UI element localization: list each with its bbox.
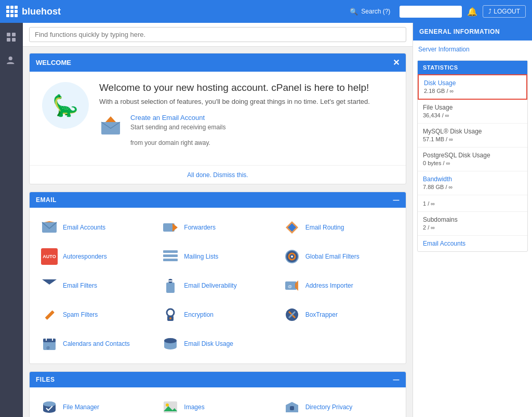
file-manager-item[interactable]: File Manager [38,394,155,417]
calendars-contacts-icon: @ [40,334,59,353]
autoresponders-item[interactable]: AUTO Autoresponders [38,243,155,270]
welcome-heading: Welcome to your new hosting account. cPa… [99,82,393,93]
svg-point-40 [164,338,177,343]
email-deliverability-label: Email Deliverability [184,282,236,289]
directory-privacy-item[interactable]: Directory Privacy [281,394,397,417]
function-search-area [23,23,413,47]
files-section-header: FILES — [30,372,406,387]
images-label: Images [184,403,204,411]
address-importer-item[interactable]: @ Address Importer [281,272,397,299]
stat-file-usage: File Usage 36,434 / ∞ [418,100,527,124]
function-search-input[interactable] [29,27,406,42]
email-routing-icon [283,218,301,237]
top-navigation: bluehost 🔍 Search (?) 🔔 ⤴ LOGOUT [0,0,532,23]
boxtrapper-icon [283,305,301,324]
email-disk-usage-icon [161,334,180,353]
email-section-collapse-icon[interactable]: — [393,196,400,204]
server-info-label: Server Information [418,46,470,53]
notification-icon[interactable]: 🔔 [467,7,477,17]
sidebar-icon-grid[interactable] [2,28,21,47]
stat-mysql-disk: MySQL® Disk Usage 57.1 MB / ∞ [418,124,527,147]
stat-postgresql-disk: PostgreSQL Disk Usage 0 bytes / ∞ [418,147,527,171]
svg-rect-20 [166,283,175,293]
file-manager-icon [40,398,59,416]
encryption-label: Encryption [184,311,214,318]
svg-rect-2 [7,38,10,42]
stat-disk-usage-value: 2.18 GB / ∞ [424,88,454,94]
stat-bandwidth-value: 7.88 GB / ∞ [423,184,453,190]
files-section-collapse-icon[interactable]: — [393,376,400,383]
images-icon [161,398,180,416]
email-filters-item[interactable]: Email Filters [38,272,155,299]
files-section: FILES — [29,371,406,417]
calendars-contacts-item[interactable]: @ Calendars and Contacts [38,330,155,357]
svg-rect-14 [163,254,178,257]
email-section-body: Email Accounts Forwarders [30,208,406,364]
address-importer-label: Address Importer [305,282,353,289]
top-search-input[interactable] [400,6,462,18]
directory-privacy-label: Directory Privacy [305,403,353,411]
action-text: Create an Email Account Start sending an… [130,114,225,155]
welcome-actions: Create an Email Account Start sending an… [99,114,393,155]
svg-rect-15 [163,259,178,261]
welcome-text: Welcome to your new hosting account. cPa… [99,82,393,155]
boxtrapper-item[interactable]: BoxTrapper [281,301,397,328]
right-sidebar: GENERAL INFORMATION Server Information S… [413,23,532,417]
svg-rect-1 [12,33,16,36]
encryption-item[interactable]: Encryption [159,301,276,328]
svg-rect-47 [290,406,294,410]
create-email-link[interactable]: Create an Email Account [130,114,205,122]
action-desc-line2: from your domain right away. [130,139,225,146]
dismiss-area: All done. Dismiss this. [30,165,406,184]
welcome-title: WELCOME [36,59,71,66]
email-routing-item[interactable]: Email Routing [281,214,397,241]
global-email-filters-label: Global Email Filters [305,253,360,260]
global-email-filters-icon [283,247,301,266]
general-info-header: GENERAL INFORMATION [413,23,532,41]
close-button[interactable]: ✕ [393,58,400,68]
stat-subdomains-label: Subdomains [423,216,522,223]
email-filters-label: Email Filters [63,282,97,289]
calendars-contacts-label: Calendars and Contacts [63,340,130,347]
stat-bandwidth: Bandwidth 7.88 GB / ∞ [418,171,527,195]
global-email-filters-item[interactable]: Global Email Filters [281,243,397,270]
forwarders-item[interactable]: Forwarders [159,214,276,241]
mailing-lists-label: Mailing Lists [184,253,218,260]
email-accounts-item[interactable]: Email Accounts [38,214,155,241]
email-action-icon [99,114,122,140]
mailing-lists-icon [161,247,180,266]
scroll-area: WELCOME ✕ 🦕 Welcome to your new hosting … [23,47,413,417]
spam-filters-icon [40,305,59,324]
images-item[interactable]: Images [159,394,276,417]
sidebar-icon-users[interactable] [2,51,21,70]
center-panel: WELCOME ✕ 🦕 Welcome to your new hosting … [23,47,413,417]
svg-rect-3 [12,38,16,42]
server-info-link[interactable]: Server Information [413,41,532,55]
stat-email-accounts: Email Accounts [418,236,527,251]
files-section-body: File Manager Images [30,387,406,417]
svg-point-27 [167,309,174,316]
stat-postgresql-disk-value: 0 bytes / ∞ [423,160,450,166]
email-deliverability-icon [161,276,180,295]
email-disk-usage-item[interactable]: Email Disk Usage [159,330,276,357]
svg-marker-19 [42,279,57,292]
email-deliverability-item[interactable]: Email Deliverability [159,272,276,299]
mailing-lists-item[interactable]: Mailing Lists [159,243,276,270]
file-manager-label: File Manager [63,403,99,411]
stat-subdomains: Subdomains 2 / ∞ [418,212,527,236]
stat-file-usage-label: File Usage [423,104,522,111]
stat-misc: 1 / ∞ [418,195,527,212]
left-sidebar [0,23,23,417]
boxtrapper-label: BoxTrapper [305,311,338,318]
stat-subdomains-value: 2 / ∞ [423,224,435,231]
stat-bandwidth-label: Bandwidth [423,176,522,183]
welcome-body: 🦕 Welcome to your new hosting account. c… [30,72,406,165]
dismiss-link[interactable]: All done. Dismiss this. [187,171,248,179]
files-section-label: FILES [36,376,55,383]
stat-postgresql-disk-label: PostgreSQL Disk Usage [423,152,522,159]
email-filters-icon [40,276,59,295]
logout-button[interactable]: ⤴ LOGOUT [483,5,526,18]
svg-text:@: @ [288,284,292,289]
search-icon: 🔍 [350,8,358,16]
spam-filters-item[interactable]: Spam Filters [38,301,155,328]
